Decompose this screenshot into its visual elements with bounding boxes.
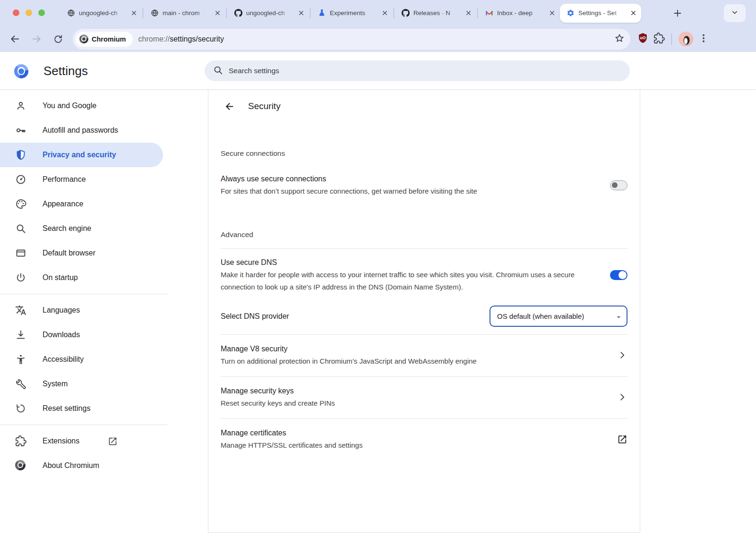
extensions-puzzle-icon[interactable] [653,33,665,46]
dns-provider-select[interactable]: OS default (when available) [490,306,627,327]
manage-security-keys-text: Manage security keys Reset security keys… [221,385,617,409]
tab-separator [394,8,394,18]
dns-provider-label: Select DNS provider [221,310,490,323]
url-path: settings/security [170,35,224,43]
sidebar-item-extensions[interactable]: Extensions [0,429,208,453]
settings-sidebar: You and Google Autofill and passwords Pr… [0,90,208,536]
tab-title: main - chrom [163,9,209,17]
close-window-button[interactable] [13,9,19,16]
manage-v8-row[interactable]: Manage V8 security Turn on additional pr… [221,334,627,376]
profile-avatar[interactable] [679,32,693,46]
minimize-window-button[interactable] [26,9,32,16]
tab-title: Settings - Set [578,9,625,17]
gmail-icon [485,9,493,17]
sidebar-item-label: On startup [43,273,78,282]
browser-toolbar: Chromium chrome://settings/security uO [0,26,756,52]
always-secure-text: Always use secure connections For sites … [221,173,610,197]
manage-certificates-row[interactable]: Manage certificates Manage HTTPS/SSL cer… [221,418,627,460]
close-tab-icon[interactable] [380,9,389,17]
tab-main-chromium[interactable]: main - chrom [144,4,225,23]
sidebar-item-reset-settings[interactable]: Reset settings [0,396,208,421]
tab-releases[interactable]: Releases · N [395,4,476,23]
manage-security-keys-row[interactable]: Manage security keys Reset security keys… [221,376,627,418]
secure-dns-row[interactable]: Use secure DNS Make it harder for people… [221,248,627,298]
ublock-extension-icon[interactable]: uO [637,32,649,46]
sidebar-item-label: Appearance [43,200,83,208]
sidebar-item-label: You and Google [43,102,96,110]
close-tab-icon[interactable] [464,9,472,17]
sidebar-item-appearance[interactable]: Appearance [0,192,208,216]
sidebar-item-you-and-google[interactable]: You and Google [0,94,208,118]
always-secure-toggle[interactable] [610,180,627,190]
tab-title: Inbox - deep [497,9,544,17]
bookmark-star-icon[interactable] [614,33,625,45]
search-icon [213,65,223,77]
close-tab-icon[interactable] [213,9,222,17]
always-secure-row[interactable]: Always use secure connections For sites … [221,173,627,202]
close-tab-icon[interactable] [297,9,305,17]
dns-provider-select-wrap: OS default (when available) [490,306,627,327]
sidebar-item-default-browser[interactable]: Default browser [0,241,208,265]
back-button[interactable] [7,31,23,47]
sidebar-item-label: Extensions [43,437,79,445]
sidebar-item-accessibility[interactable]: Accessibility [0,347,208,372]
tab-separator [143,8,143,18]
tab-ungoogled-1[interactable]: ungoogled-ch [60,4,142,23]
chromium-logo-icon [79,34,88,43]
reload-button[interactable] [50,31,66,47]
tab-search-button[interactable] [724,4,746,22]
row-description: Manage HTTPS/SSL certificates and settin… [221,439,617,451]
traffic-lights [13,9,45,16]
back-arrow-button[interactable] [221,98,238,115]
sidebar-item-label: Downloads [43,331,80,339]
power-icon [15,272,26,283]
manage-certificates-text: Manage certificates Manage HTTPS/SSL cer… [221,427,617,451]
toolbar-separator [671,34,672,45]
chevron-right-icon [617,350,627,360]
close-tab-icon[interactable] [629,9,637,17]
sidebar-item-privacy-security[interactable]: Privacy and security [0,143,163,167]
secure-dns-toggle[interactable] [610,270,627,280]
tab-experiments[interactable]: Experiments [311,4,393,23]
menu-kebab-icon[interactable] [698,33,709,46]
sidebar-item-about-chromium[interactable]: About Chromium [0,453,208,478]
sidebar-item-downloads[interactable]: Downloads [0,323,208,347]
sidebar-item-languages[interactable]: Languages [0,298,208,323]
new-tab-button[interactable] [670,6,685,21]
svg-text:uO: uO [640,35,645,40]
url-text: chrome://settings/security [138,35,611,43]
sidebar-item-autofill[interactable]: Autofill and passwords [0,118,208,143]
sidebar-item-label: System [43,380,68,388]
close-tab-icon[interactable] [129,9,138,17]
tab-title: ungoogled-ch [79,9,126,17]
close-tab-icon[interactable] [548,9,556,17]
tab-title: Releases · N [413,9,460,17]
sidebar-item-on-startup[interactable]: On startup [0,265,208,290]
puzzle-icon [15,435,26,447]
wrench-icon [15,378,26,390]
speedometer-icon [15,174,26,185]
toggle-knob [612,182,618,188]
row-description: Make it harder for people with access to… [221,269,575,293]
dns-provider-label-wrap: Select DNS provider [221,310,490,323]
settings-search[interactable] [205,60,630,81]
magnifier-icon [15,223,26,234]
tab-title: ungoogled-ch [246,9,293,17]
sidebar-item-system[interactable]: System [0,372,208,396]
zoom-window-button[interactable] [38,9,45,16]
chevron-right-icon [617,392,627,402]
chromium-logo-icon [14,64,28,78]
tab-settings-active[interactable]: Settings - Set [560,4,641,23]
address-bar[interactable]: Chromium chrome://settings/security [73,29,630,50]
sidebar-item-search-engine[interactable]: Search engine [0,216,208,241]
tab-ungoogled-2[interactable]: ungoogled-ch [228,4,309,23]
row-title: Manage V8 security [221,343,617,355]
section-secure-connections: Secure connections [221,147,627,160]
tab-inbox[interactable]: Inbox - deep [479,4,560,23]
forward-button[interactable] [28,31,44,47]
toggle-knob [619,271,627,279]
site-chip[interactable]: Chromium [76,32,133,47]
sidebar-item-performance[interactable]: Performance [0,167,208,192]
globe-icon [67,9,75,17]
search-input[interactable] [229,67,621,75]
